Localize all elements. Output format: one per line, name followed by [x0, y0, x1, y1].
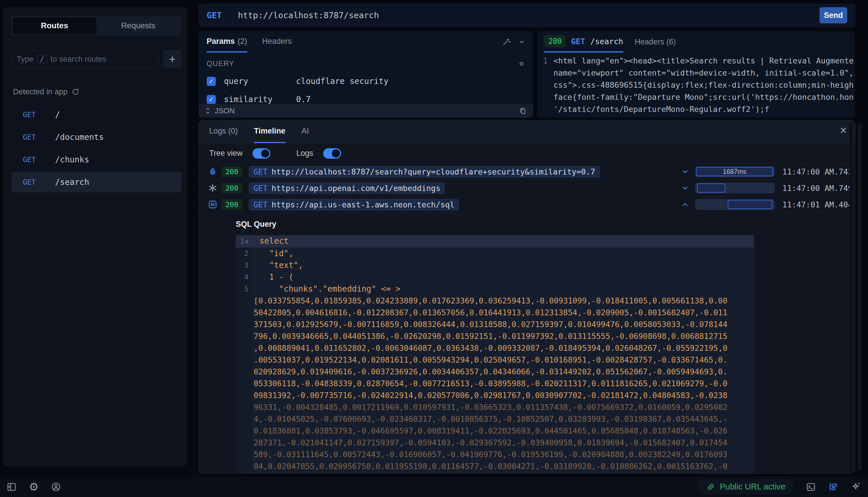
embedding-vector-line: 50422805,0.004616816,-0.012208367,0.0136… — [236, 307, 754, 318]
timeline-url: https://api.us-east-1.aws.neon.tech/sql — [271, 200, 454, 209]
query-section-label: QUERY — [207, 59, 234, 68]
sql-code-text: "text", — [252, 259, 303, 271]
chevron-up-icon[interactable] — [675, 200, 695, 209]
sparkles-icon[interactable] — [851, 481, 862, 492]
link-icon — [706, 483, 715, 491]
copy-icon[interactable] — [519, 107, 527, 115]
json-footer-bar[interactable]: JSON — [198, 104, 533, 118]
timestamp: 11:47:00 AM.743 — [781, 167, 855, 176]
response-body-line: '/static/fonts/DepartureMono-Regular.wof… — [554, 103, 855, 115]
search-routes-input[interactable]: Type / to search routes — [11, 50, 159, 68]
param-value-input[interactable]: cloudflare security — [296, 76, 388, 86]
timeline-request-pill[interactable]: GEThttps://api.us-east-1.aws.neon.tech/s… — [249, 199, 459, 211]
timestamp: 11:47:00 AM.749 — [781, 184, 855, 193]
params-count: (2) — [238, 37, 247, 46]
logs-panel-icon[interactable] — [828, 482, 839, 492]
sidebar-route-root[interactable]: GET/ — [11, 104, 182, 125]
route-path: /chunks — [55, 155, 89, 165]
timeline-request-pill[interactable]: GEThttps://api.openai.com/v1/embeddings — [249, 182, 445, 194]
clear-params-icon[interactable] — [518, 60, 525, 68]
timeline-request-pill[interactable]: GEThttp://localhost:8787/search?query=cl… — [249, 166, 600, 178]
sql-code-line: 1∨select — [236, 235, 754, 247]
tab-routes[interactable]: Routes — [13, 17, 96, 34]
response-body-line: <html lang="en"><head><title>Search resu… — [554, 55, 855, 67]
tree-view-label: Tree view — [209, 149, 243, 158]
timeline-row[interactable]: 200GEThttps://api.openai.com/v1/embeddin… — [199, 180, 855, 196]
timeline-panel: Logs (0) Timeline AI × Tree view Logs 20… — [198, 120, 855, 474]
routes-list: GET/GET/documentsGET/chunksGET/search — [11, 104, 182, 193]
tab-timeline[interactable]: Timeline — [254, 120, 285, 143]
route-path: /search — [55, 178, 89, 187]
response-body-line: face{font-family:"Departure Mono";src:ur… — [554, 91, 855, 103]
status-badge: 200 — [221, 199, 242, 210]
search-placeholder-suffix: to search routes — [51, 55, 107, 64]
response-body[interactable]: <html lang="en"><head><title>Search resu… — [554, 55, 855, 115]
embedding-vector-line: 0.01836881,0.03853793,-0.046695597,0.008… — [236, 425, 754, 437]
search-placeholder-prefix: Type — [17, 55, 34, 64]
public-url-status[interactable]: Public URL active — [698, 479, 794, 494]
timeline-scrollbar[interactable] — [849, 123, 853, 470]
terminal-icon[interactable] — [806, 482, 816, 492]
add-route-button[interactable]: + — [163, 50, 182, 68]
param-key-input[interactable]: similarity — [224, 95, 296, 104]
response-panel: 200 GET /search Headers (6) 1 <html lang… — [537, 31, 855, 118]
tab-headers[interactable]: Headers — [262, 31, 292, 53]
url-input[interactable]: http://localhost:8787/search — [238, 10, 379, 20]
sort-icon — [205, 107, 211, 114]
sql-code-text: "chunks"."embedding" <= > — [252, 283, 401, 295]
timeline-row[interactable]: 200GEThttp://localhost:8787/search?query… — [199, 164, 855, 180]
sidebar-route-documents[interactable]: GET/documents — [11, 127, 182, 147]
timeline-method: GET — [253, 184, 267, 193]
embedding-vector-line: ,0.008889041,0.011652802,-0.0063046087,0… — [236, 342, 754, 354]
settings-gear-icon[interactable]: ⚙ — [29, 481, 39, 492]
sidebar-route-chunks[interactable]: GET/chunks — [11, 149, 182, 170]
timeline-row[interactable]: 200GEThttps://api.us-east-1.aws.neon.tec… — [199, 196, 855, 213]
route-path: /documents — [55, 132, 104, 142]
sql-code-block[interactable]: 1∨select2 "id",3 "text",4 1 - (5 "chunks… — [236, 235, 754, 474]
status-bar: ⚙ Public URL active — [0, 477, 868, 497]
param-key-input[interactable]: query — [224, 76, 296, 86]
param-checkbox[interactable]: ✓ — [207, 95, 216, 104]
logs-toggle[interactable] — [323, 148, 341, 159]
collapse-sidebar-icon[interactable] — [6, 482, 17, 492]
param-row-similarity: ✓similarity0.7 — [207, 95, 525, 104]
timestamp: 11:47:01 AM.404 — [781, 200, 855, 209]
logs-label: Logs — [296, 149, 313, 158]
sql-code-text: "id", — [252, 247, 293, 259]
tab-logs[interactable]: Logs (0) — [209, 120, 238, 143]
droplet-icon — [208, 167, 221, 176]
detected-in-app-label: Detected in app — [13, 87, 68, 96]
tab-params[interactable]: Params (2) — [207, 31, 247, 53]
send-button[interactable]: Send — [820, 7, 847, 23]
sidebar-route-search[interactable]: GET/search — [11, 172, 182, 193]
tree-view-toggle[interactable] — [252, 148, 270, 159]
embedding-vector-line: .005531037,0.019522134,0.02081611,0.0055… — [236, 354, 754, 366]
method-select[interactable]: GET — [207, 10, 222, 20]
embedding-vector-line: 589,-0.031111645,0.00572443,-0.016906057… — [236, 449, 754, 460]
refresh-icon[interactable] — [72, 88, 79, 96]
chevron-down-icon[interactable] — [675, 168, 695, 176]
response-line-number: 1 — [537, 55, 554, 115]
line-number: 4 — [236, 271, 252, 283]
tab-ai[interactable]: AI — [302, 120, 309, 143]
close-icon[interactable]: × — [840, 124, 847, 137]
tab-response-body[interactable]: 200 GET /search — [544, 31, 623, 53]
user-account-icon[interactable] — [51, 482, 61, 492]
sql-query-title: SQL Query — [236, 220, 855, 229]
embedding-vector-line: 796,0.0039346665,0.044051386,-0.02620298… — [236, 330, 754, 342]
tab-response-headers[interactable]: Headers (6) — [635, 31, 676, 53]
page-scrollbar[interactable] — [858, 124, 862, 470]
collapse-caret-icon[interactable]: ∨ — [245, 238, 249, 245]
param-value-input[interactable]: 0.7 — [296, 95, 311, 104]
chevron-down-icon[interactable] — [675, 184, 695, 192]
status-badge: 200 — [221, 183, 242, 194]
line-number: 5 — [236, 283, 252, 295]
tab-requests[interactable]: Requests — [96, 17, 180, 34]
response-body-line: name="viewport" content="width=device-wi… — [554, 67, 855, 79]
embedding-vector-line: 09831392,-0.007735716,-0.024022914,0.020… — [236, 389, 754, 401]
chevron-down-icon[interactable] — [518, 38, 525, 45]
sql-code-line: 5 "chunks"."embedding" <= > — [236, 283, 754, 295]
magic-wand-icon[interactable] — [502, 38, 511, 46]
status-badge: 200 — [544, 35, 566, 47]
param-checkbox[interactable]: ✓ — [207, 77, 216, 86]
